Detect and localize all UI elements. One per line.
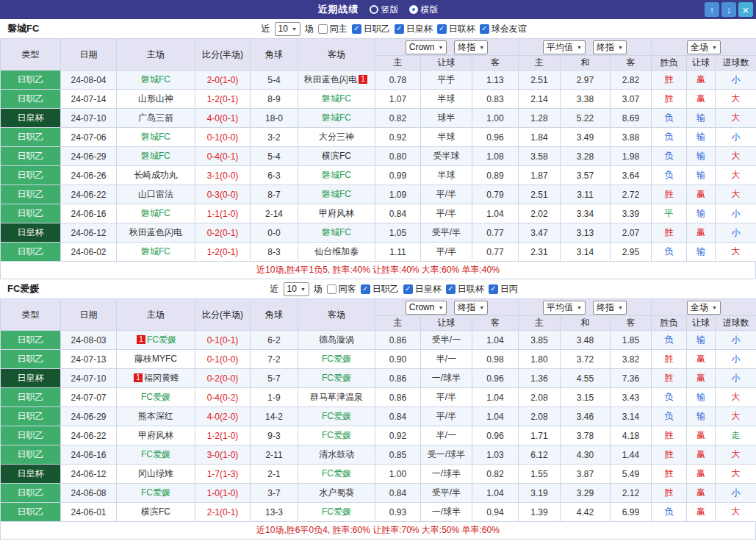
match-row: 日职乙24-06-08FC爱媛1-0(1-0)3-7水户蜀葵0.84受平/半1.… bbox=[1, 484, 756, 503]
result-outcome-cell: 胜 bbox=[652, 185, 687, 204]
odds-time-select[interactable]: 终指▼ bbox=[454, 40, 488, 54]
avg-draw-cell: 4.30 bbox=[561, 445, 611, 465]
away-team-cell: 清水鼓动 bbox=[298, 445, 375, 465]
column-header: 比分(半场) bbox=[195, 299, 251, 331]
corner-cell: 6-3 bbox=[251, 166, 298, 185]
avg-source-select[interactable]: 平均值▼ bbox=[543, 40, 586, 54]
competition-filter[interactable]: ✓日联杯 bbox=[437, 23, 475, 35]
score-cell: 0-1(0-1) bbox=[195, 331, 251, 350]
result-outcome-cell: 负 bbox=[652, 166, 687, 185]
avg-away-cell: 3.64 bbox=[611, 166, 652, 185]
same-venue-filter[interactable]: 同主 bbox=[318, 23, 348, 35]
odds-home-cell: 1.00 bbox=[375, 465, 421, 484]
match-row: 日职乙24-08-04磐城FC2-0(1-0)5-4秋田蓝色闪电10.78平手1… bbox=[1, 71, 756, 90]
competition-checkbox[interactable]: ✓ bbox=[446, 284, 456, 294]
away-team-name: 磐城FC bbox=[322, 112, 351, 123]
away-team-cell: 大分三神 bbox=[298, 128, 375, 147]
match-row: 日职乙24-07-07FC爱媛0-4(0-2)1-9群马草津温泉0.86平/半1… bbox=[1, 388, 756, 407]
odds-source-select-value: Crown bbox=[409, 42, 435, 52]
results-table: 类型日期主场比分(半场)角球客场Crown▼终指▼平均值▼终指▼全场▼主让球客主… bbox=[0, 38, 756, 262]
scroll-up-button[interactable]: ↑ bbox=[705, 2, 719, 17]
date-cell: 24-06-22 bbox=[61, 426, 117, 445]
score-cell: 1-7(1-3) bbox=[195, 465, 251, 484]
away-team-cell: FC爱媛 bbox=[298, 465, 375, 484]
competition-filter[interactable]: ✓日职乙 bbox=[352, 23, 390, 35]
away-team-name: 磐城FC bbox=[322, 170, 351, 180]
corner-cell: 13-3 bbox=[251, 503, 298, 522]
odds-source-select[interactable]: Crown▼ bbox=[406, 40, 447, 54]
score-cell: 0-3(0-0) bbox=[195, 185, 251, 204]
scroll-down-button[interactable]: ↓ bbox=[721, 2, 736, 17]
home-team-name: 磐城FC bbox=[141, 74, 170, 85]
match-count-select[interactable]: 10▼ bbox=[284, 282, 309, 296]
column-header: 类型 bbox=[1, 299, 61, 331]
home-team-cell: 山口雷法 bbox=[117, 185, 195, 204]
check-icon: ✓ bbox=[353, 25, 359, 32]
home-team-name: 磐城FC bbox=[141, 132, 170, 142]
same-venue-filter[interactable]: 同客 bbox=[327, 283, 356, 295]
away-team-name: 磐城FC bbox=[322, 189, 351, 199]
result-goals-cell: 大 bbox=[716, 166, 756, 185]
away-team-cell: FC爱媛 bbox=[298, 426, 375, 445]
competition-checkbox[interactable]: ✓ bbox=[489, 284, 498, 294]
result-outcome-cell: 负 bbox=[652, 388, 687, 407]
avg-away-cell: 8.69 bbox=[611, 109, 652, 128]
league-cell: 日职乙 bbox=[1, 484, 61, 503]
column-subheader: 和 bbox=[561, 316, 611, 331]
home-team-cell: 冈山绿雉 bbox=[117, 465, 195, 484]
home-team-cell: 磐城FC bbox=[117, 243, 195, 262]
avg-draw-cell: 3.34 bbox=[561, 204, 611, 223]
odds-source-select-value: Crown bbox=[409, 302, 435, 312]
away-team-cell: 横滨FC bbox=[298, 147, 375, 166]
column-header: 日期 bbox=[61, 299, 117, 331]
result-outcome-cell: 胜 bbox=[652, 426, 687, 445]
odds-time-select[interactable]: 终指▼ bbox=[454, 301, 488, 315]
competition-checkbox[interactable]: ✓ bbox=[403, 284, 413, 294]
scope-select[interactable]: 全场▼ bbox=[687, 40, 721, 54]
same-venue-checkbox[interactable] bbox=[318, 24, 328, 34]
layout-horizontal-radio[interactable]: 横版 bbox=[409, 4, 439, 16]
away-team-name: 水户蜀葵 bbox=[319, 487, 354, 498]
competition-filter[interactable]: ✓日职乙 bbox=[361, 283, 399, 295]
competition-filter[interactable]: ✓日丙 bbox=[489, 283, 518, 295]
away-team-name: 仙台维加泰 bbox=[314, 246, 359, 257]
competition-checkbox[interactable]: ✓ bbox=[437, 24, 447, 34]
check-icon: ✓ bbox=[447, 285, 453, 293]
odds-away-cell: 0.83 bbox=[472, 90, 519, 109]
avg-source-select[interactable]: 平均值▼ bbox=[543, 301, 586, 315]
odds-source-select[interactable]: Crown▼ bbox=[406, 301, 447, 315]
competition-filter[interactable]: ✓球会友谊 bbox=[480, 23, 527, 35]
competition-checkbox[interactable]: ✓ bbox=[395, 24, 404, 34]
corner-cell: 8-7 bbox=[251, 185, 298, 204]
competition-checkbox[interactable]: ✓ bbox=[352, 24, 361, 34]
league-cell: 日职乙 bbox=[1, 331, 61, 350]
competition-checkbox[interactable]: ✓ bbox=[480, 24, 489, 34]
scope-select[interactable]: 全场▼ bbox=[687, 301, 721, 315]
competition-filter[interactable]: ✓日皇杯 bbox=[403, 283, 442, 295]
avg-away-cell: 1.44 bbox=[611, 445, 652, 465]
corner-cell: 2-11 bbox=[251, 445, 298, 465]
match-row: 日皇杯24-07-10广岛三箭4-0(0-1)18-0磐城FC0.82球半1.0… bbox=[1, 109, 756, 128]
league-cell: 日职乙 bbox=[1, 147, 61, 166]
competition-filter[interactable]: ✓日皇杯 bbox=[395, 23, 433, 35]
away-team-name: FC爱媛 bbox=[322, 373, 351, 383]
avg-time-select[interactable]: 终指▼ bbox=[593, 301, 627, 315]
home-team-name: 秋田蓝色闪电 bbox=[129, 227, 182, 237]
avg-home-cell: 1.84 bbox=[519, 128, 561, 147]
column-header: 主场 bbox=[117, 299, 195, 331]
away-team-cell: 德岛漩涡 bbox=[298, 331, 375, 350]
competition-checkbox[interactable]: ✓ bbox=[361, 284, 370, 294]
team-name: 磐城FC bbox=[7, 22, 39, 35]
corner-cell: 6-2 bbox=[251, 331, 298, 350]
close-button[interactable]: × bbox=[738, 2, 753, 17]
scope-select-value: 全场 bbox=[691, 301, 708, 314]
same-venue-checkbox[interactable] bbox=[327, 284, 336, 294]
layout-vertical-radio[interactable]: 竖版 bbox=[370, 4, 399, 16]
avg-time-select[interactable]: 终指▼ bbox=[593, 40, 627, 54]
match-count-select[interactable]: 10▼ bbox=[275, 22, 300, 36]
away-team-name: FC爱媛 bbox=[322, 354, 351, 364]
match-row: 日皇杯24-06-12秋田蓝色闪电0-2(0-1)0-0磐城FC1.05受平/半… bbox=[1, 223, 756, 243]
home-team-cell: 磐城FC bbox=[117, 147, 195, 166]
competition-filter[interactable]: ✓日联杯 bbox=[446, 283, 484, 295]
score-cell: 3-0(1-0) bbox=[195, 445, 251, 465]
